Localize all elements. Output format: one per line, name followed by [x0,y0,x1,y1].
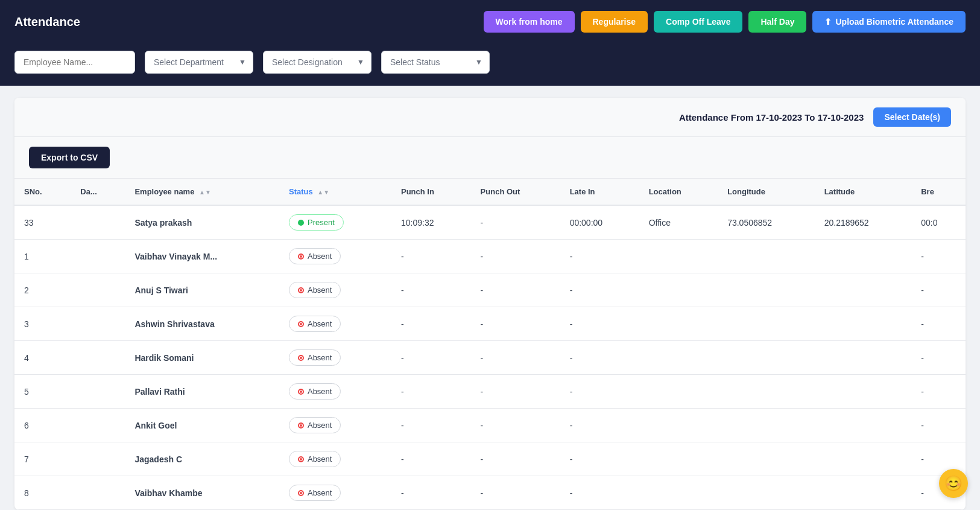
cell-late-in: - [560,341,639,375]
designation-select[interactable]: Select Designation [263,51,371,74]
cell-location [639,307,718,341]
cell-sno: 3 [14,307,71,341]
cell-late-in: - [560,273,639,307]
cell-punch-in: - [391,273,471,307]
cell-sno: 33 [14,205,71,240]
table-row: 2 Anuj S Tiwari Absent - - - - [14,273,966,307]
cell-latitude [815,273,912,307]
cell-latitude [815,476,912,510]
cell-location [639,476,718,510]
cell-punch-in: - [391,476,471,510]
col-longitude: Longitude [718,179,815,205]
cell-sno: 6 [14,409,71,442]
top-bar-actions: Work from home Regularise Comp Off Leave… [484,11,966,33]
cell-punch-out: - [471,341,560,375]
comp-off-leave-button[interactable]: Comp Off Leave [654,11,742,33]
attendance-table: SNo. Da... Employee name ▲▼ Status ▲▼ Pu… [14,179,966,510]
status-badge: Absent [289,485,341,501]
status-dot-absent [298,287,304,293]
page-title: Attendance [14,15,80,29]
cell-location [639,442,718,476]
cell-status: Absent [279,442,391,476]
cell-bre: - [911,341,966,375]
regularise-button[interactable]: Regularise [581,11,648,33]
cell-punch-in: - [391,307,471,341]
col-employee-name: Employee name ▲▼ [125,179,279,205]
cell-employee-name: Satya prakash [125,205,279,240]
status-badge: Absent [289,316,341,332]
filter-bar: Select Department ▼ Select Designation ▼… [0,43,980,86]
cell-longitude [718,476,815,510]
export-csv-button[interactable]: Export to CSV [29,147,110,168]
cell-bre: - [911,240,966,273]
cell-late-in: - [560,240,639,273]
status-sort-icon: ▲▼ [317,189,329,196]
table-row: 3 Ashwin Shrivastava Absent - - - - [14,307,966,341]
cell-da [71,240,125,273]
cell-bre: - [911,273,966,307]
table-row: 8 Vaibhav Khambe Absent - - - - [14,476,966,510]
cell-punch-out: - [471,375,560,409]
cell-latitude [815,442,912,476]
cell-longitude [718,240,815,273]
status-label: Absent [308,285,332,295]
table-row: 5 Pallavi Rathi Absent - - - - [14,375,966,409]
status-dot-absent [298,253,304,260]
cell-sno: 1 [14,240,71,273]
table-row: 4 Hardik Somani Absent - - - - [14,341,966,375]
cell-da [71,307,125,341]
cell-late-in: - [560,476,639,510]
col-da: Da... [71,179,125,205]
table-row: 1 Vaibhav Vinayak M... Absent - - - - [14,240,966,273]
status-dot-absent [298,490,304,496]
col-bre: Bre [911,179,966,205]
cell-sno: 5 [14,375,71,409]
half-day-button[interactable]: Half Day [748,11,806,33]
top-bar: Attendance Work from home Regularise Com… [0,0,980,43]
status-badge: Present [289,214,344,231]
status-badge: Absent [289,282,341,298]
cell-latitude: 20.2189652 [815,205,912,240]
cell-bre: - [911,307,966,341]
status-select[interactable]: Select Status [381,51,490,74]
status-badge: Absent [289,248,341,264]
cell-punch-out: - [471,442,560,476]
attendance-panel: Attendance From 17-10-2023 To 17-10-2023… [14,98,966,510]
cell-location [639,375,718,409]
cell-da [71,476,125,510]
employee-sort-icon: ▲▼ [199,189,211,196]
cell-punch-out: - [471,476,560,510]
cell-latitude [815,307,912,341]
cell-status: Present [279,205,391,240]
table-header: SNo. Da... Employee name ▲▼ Status ▲▼ Pu… [14,179,966,205]
status-label: Absent [308,353,332,362]
cell-employee-name: Ankit Goel [125,409,279,442]
cell-punch-in: 10:09:32 [391,205,471,240]
chat-bubble[interactable]: 😊 [939,469,968,498]
col-location: Location [639,179,718,205]
cell-punch-in: - [391,375,471,409]
status-label: Absent [308,454,332,464]
select-dates-button[interactable]: Select Date(s) [873,107,951,127]
upload-biometric-button[interactable]: ⬆ Upload Biometric Attendance [812,11,966,33]
col-status: Status ▲▼ [279,179,391,205]
cell-punch-out: - [471,307,560,341]
chat-bubble-emoji: 😊 [944,475,963,492]
status-badge: Absent [289,349,341,366]
employee-name-input[interactable] [14,51,135,74]
col-latitude: Latitude [815,179,912,205]
cell-status: Absent [279,476,391,510]
cell-location: Office [639,205,718,240]
table-body: 33 Satya prakash Present 10:09:32 - 00:0… [14,205,966,510]
cell-employee-name: Vaibhav Vinayak M... [125,240,279,273]
col-late-in: Late In [560,179,639,205]
cell-latitude [815,240,912,273]
cell-late-in: - [560,442,639,476]
work-from-home-button[interactable]: Work from home [484,11,575,33]
cell-status: Absent [279,375,391,409]
cell-status: Absent [279,240,391,273]
status-label: Absent [308,488,332,497]
department-select[interactable]: Select Department [145,51,253,74]
main-content: Attendance From 17-10-2023 To 17-10-2023… [0,86,980,510]
panel-header: Attendance From 17-10-2023 To 17-10-2023… [14,98,966,137]
